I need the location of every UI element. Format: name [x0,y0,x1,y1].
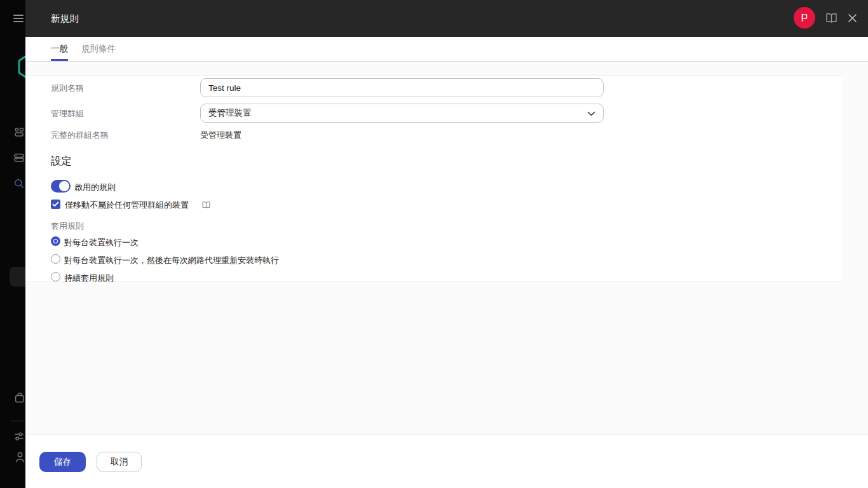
full-group-name-value: 受管理裝置 [200,130,241,141]
sidebar-divider [11,421,24,421]
admin-group-select[interactable]: 受管理裝置 [200,104,604,123]
chevron-down-icon [587,111,595,116]
flag-icon [799,13,810,23]
user-account-icon[interactable] [15,452,26,463]
admin-group-label: 管理群組 [51,108,84,119]
check-icon [52,201,59,207]
tab-general[interactable]: 一般 [51,37,68,61]
save-button[interactable]: 儲存 [39,452,86,472]
marketplace-bag-icon[interactable] [14,392,25,403]
server-stack-icon[interactable] [13,152,25,163]
radio-apply-continuously-label: 持續套用規則 [64,273,114,284]
radio-apply-continuously[interactable] [51,272,60,281]
radio-run-once-label: 對每台裝置執行一次 [64,237,139,248]
dialog-header: 新規則 [25,0,868,37]
rule-name-label: 規則名稱 [51,83,84,94]
radio-run-once[interactable] [51,236,60,246]
help-book-icon[interactable] [825,13,838,24]
tab-rule-conditions[interactable]: 規則條件 [81,37,116,61]
hamburger-menu-icon[interactable] [13,15,24,23]
apply-rule-label: 套用規則 [51,220,84,232]
dialog-title: 新規則 [51,13,79,25]
dialog-footer: 儲存 取消 [25,435,868,488]
settings-section-heading: 設定 [51,154,72,168]
devices-icon[interactable] [13,126,25,138]
move-only-label: 僅移動不屬於任何管理群組的裝置 [65,200,189,211]
inline-help-book-icon[interactable] [201,201,211,209]
settings-sliders-icon[interactable] [13,431,25,442]
radio-run-once-and-reinstall-label: 對每台裝置執行一次，然後在每次網路代理重新安裝時執行 [64,255,279,266]
rule-enabled-label: 啟用的規則 [74,182,116,193]
admin-group-selected-value: 受管理裝置 [208,107,252,119]
full-group-name-label: 完整的群組名稱 [51,130,109,141]
dialog-body: 規則名稱 管理群組 受管理裝置 完整的群組名稱 受管理裝置 設定 啟用的規則 僅… [25,62,868,435]
rule-enabled-toggle[interactable] [51,180,71,193]
close-icon[interactable] [848,13,857,23]
whats-new-flag-badge[interactable] [794,7,815,29]
dialog-tabbar: 一般 規則條件 [25,37,868,62]
radio-run-once-and-reinstall[interactable] [51,254,60,264]
cancel-button[interactable]: 取消 [97,452,142,472]
move-only-checkbox[interactable] [51,200,60,209]
rule-name-input[interactable] [200,78,604,97]
new-rule-dialog: 新規則 一般 規則條件 規則名稱 管理群組 受管理裝置 [25,0,868,488]
search-icon[interactable] [13,178,25,189]
